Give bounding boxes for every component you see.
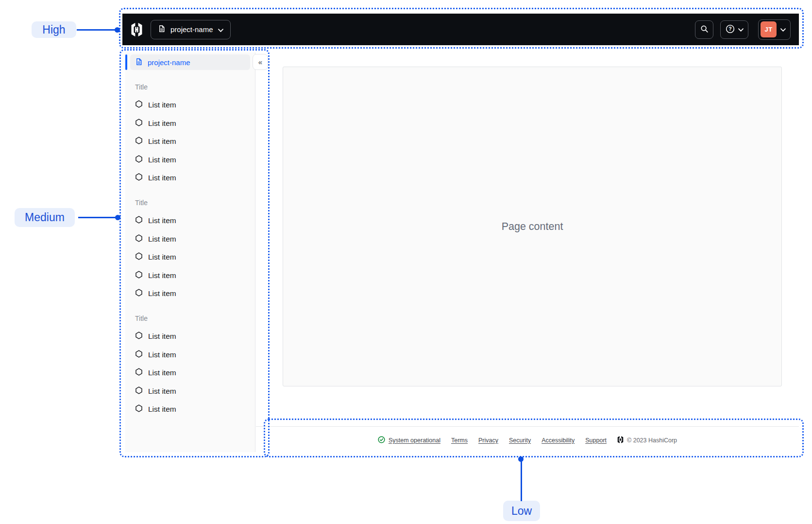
sidebar-list-item[interactable]: List item [135,151,245,169]
hexagon-icon [135,100,143,110]
annotation-connector-high [77,29,117,31]
copyright: © 2023 HashiCorp [617,436,677,445]
sidebar-list-item[interactable]: List item [135,114,245,133]
help-menu-button[interactable]: ? [720,20,748,39]
section-title: Title [135,309,245,328]
project-switcher-label: project-name [170,25,213,34]
section-items: List item List item List item List item … [135,328,245,419]
hexagon-icon [135,155,143,165]
section-items: List item List item List item List item … [135,96,245,188]
section-title: Title [135,78,245,96]
annotation-connector-medium [78,217,118,218]
footer-links: Terms Privacy Security Accessibility Sup… [451,437,607,444]
annotation-dot-low [518,456,524,462]
annotation-connector-low [521,459,522,501]
list-item-label: List item [148,387,176,396]
chevron-down-icon [218,25,223,34]
hexagon-icon [135,216,143,226]
list-item-label: List item [148,101,176,109]
sidebar-list-item[interactable]: List item [135,364,245,383]
list-item-label: List item [148,137,176,146]
sidebar-list-item[interactable]: List item [135,248,245,267]
annotation-dot-medium [115,215,120,220]
system-status-link[interactable]: System operational [389,437,440,444]
hexagon-icon [135,119,143,128]
chevron-down-icon [738,26,744,33]
hexagon-icon [135,289,143,298]
hexagon-icon [135,173,143,183]
list-item-label: List item [148,216,176,225]
annotation-dot-high [115,27,120,33]
sidebar-list-item[interactable]: List item [135,212,245,230]
hexagon-icon [135,137,143,146]
user-menu-button[interactable]: JT [758,19,791,40]
hexagon-icon [135,271,143,280]
list-item-label: List item [148,119,176,128]
list-item-label: List item [148,253,176,262]
mockup-canvas: project-name ? JT [0,0,812,524]
side-nav: project-name Title List item List item L… [125,52,255,452]
footer-link[interactable]: Accessibility [541,437,575,444]
sidebar-list-item[interactable]: List item [135,96,245,115]
hexagon-icon [135,332,143,341]
list-item-label: List item [148,289,176,298]
hexagon-icon [135,404,143,414]
sidebar-sections: Title List item List item List item List… [125,78,255,419]
sidebar-list-item[interactable]: List item [135,285,245,303]
hexagon-icon [135,350,143,360]
footer-link[interactable]: Privacy [478,437,498,444]
avatar: JT [761,21,777,37]
system-status: System operational [378,436,440,445]
hashicorp-logo-icon [131,23,143,36]
document-icon [135,58,143,67]
sidebar-section: Title List item List item List item List… [135,193,245,303]
page-content-placeholder: Page content [502,221,563,233]
list-item-label: List item [148,174,176,182]
footer-link[interactable]: Security [509,437,531,444]
annotation-label-high: High [32,21,76,38]
help-icon: ? [726,24,735,35]
hexagon-icon [135,368,143,378]
search-button[interactable] [695,20,713,39]
sidebar-project-header[interactable]: project-name [130,54,250,70]
collapse-icon: « [258,58,262,66]
hexagon-icon [135,386,143,396]
active-indicator [125,54,127,70]
sidebar-project-label: project-name [148,58,190,67]
search-icon [700,25,709,35]
app-footer: System operational Terms Privacy Securit… [256,426,799,454]
chevron-down-icon [780,26,786,33]
annotation-label-medium: Medium [15,208,75,227]
footer-link[interactable]: Support [585,437,607,444]
section-title: Title [135,193,245,212]
top-navbar: project-name ? JT [122,14,799,45]
project-switcher-button[interactable]: project-name [151,20,231,39]
list-item-label: List item [148,332,176,341]
sidebar-list-item[interactable]: List item [135,133,245,151]
list-item-label: List item [148,156,176,164]
sidebar-list-item[interactable]: List item [135,169,245,188]
sidebar-collapse-button[interactable]: « [253,54,268,70]
document-icon [158,25,166,34]
copyright-text: © 2023 HashiCorp [627,437,677,444]
sidebar-list-item[interactable]: List item [135,266,245,285]
annotation-label-low: Low [503,501,540,521]
page-content-area: Page content [283,67,782,386]
hexagon-icon [135,234,143,244]
section-items: List item List item List item List item … [135,212,245,303]
sidebar-list-item[interactable]: List item [135,401,245,419]
list-item-label: List item [148,271,176,280]
sidebar-list-item[interactable]: List item [135,230,245,248]
sidebar-section: Title List item List item List item List… [135,309,245,419]
sidebar-section: Title List item List item List item List… [135,78,245,187]
hashicorp-logo-icon [617,436,624,445]
list-item-label: List item [148,235,176,244]
sidebar-list-item[interactable]: List item [135,328,245,346]
sidebar-list-item[interactable]: List item [135,382,245,401]
check-circle-icon [378,436,385,445]
list-item-label: List item [148,405,176,414]
hexagon-icon [135,252,143,262]
svg-text:?: ? [728,26,731,32]
sidebar-list-item[interactable]: List item [135,346,245,364]
footer-link[interactable]: Terms [451,437,468,444]
